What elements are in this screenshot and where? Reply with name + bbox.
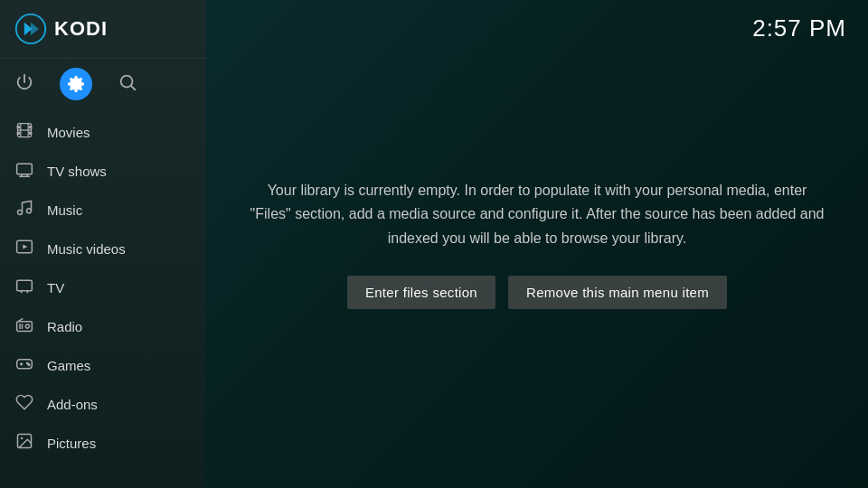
svg-rect-13 xyxy=(17,164,33,174)
movies-icon xyxy=(14,121,34,144)
svg-point-25 xyxy=(25,324,29,328)
radio-icon xyxy=(14,315,34,338)
movies-label: Movies xyxy=(47,125,90,140)
music-icon xyxy=(14,199,34,221)
tvshows-icon xyxy=(14,160,34,183)
svg-line-4 xyxy=(131,86,135,89)
enter-files-button[interactable]: Enter files section xyxy=(347,276,495,309)
svg-point-17 xyxy=(18,211,23,215)
sidebar-item-games[interactable]: Games xyxy=(0,346,206,385)
music-label: Music xyxy=(47,202,82,218)
tv-label: TV xyxy=(47,280,64,296)
svg-marker-20 xyxy=(23,245,27,249)
sidebar-item-addons[interactable]: Add-ons xyxy=(0,385,206,424)
sidebar: KODI Movies xyxy=(0,0,206,488)
svg-marker-2 xyxy=(31,23,39,35)
nav-menu: Movies TV shows Music Music videos TV xyxy=(0,109,206,463)
main-content: 2:57 PM Your library is currently empty.… xyxy=(206,0,868,488)
tvshows-label: TV shows xyxy=(47,164,107,179)
sidebar-item-musicvideos[interactable]: Music videos xyxy=(0,230,206,268)
sidebar-item-music[interactable]: Music xyxy=(0,191,206,230)
remove-menu-item-button[interactable]: Remove this main menu item xyxy=(508,276,727,309)
addons-label: Add-ons xyxy=(47,397,98,412)
clock: 2:57 PM xyxy=(752,14,846,42)
musicvideos-icon xyxy=(14,238,34,260)
action-buttons: Enter files section Remove this main men… xyxy=(248,276,826,309)
search-icon[interactable] xyxy=(118,72,137,97)
sidebar-header: KODI xyxy=(0,0,206,59)
settings-icon[interactable] xyxy=(60,68,92,100)
svg-point-35 xyxy=(21,437,23,440)
sidebar-item-tv[interactable]: TV xyxy=(0,268,206,307)
svg-point-33 xyxy=(28,364,30,366)
musicvideos-label: Music videos xyxy=(47,241,126,257)
svg-rect-21 xyxy=(17,280,33,291)
sidebar-item-radio[interactable]: Radio xyxy=(0,307,206,346)
library-empty-box: Your library is currently empty. In orde… xyxy=(230,179,844,309)
tv-icon xyxy=(14,277,34,299)
top-icon-bar xyxy=(0,59,206,109)
radio-label: Radio xyxy=(47,319,82,334)
games-icon xyxy=(14,354,34,377)
sidebar-item-movies[interactable]: Movies xyxy=(0,113,206,152)
addons-icon xyxy=(14,393,34,416)
sidebar-item-tvshows[interactable]: TV shows xyxy=(0,152,206,191)
svg-point-18 xyxy=(27,209,32,213)
kodi-logo-icon xyxy=(14,13,47,45)
library-message: Your library is currently empty. In orde… xyxy=(248,179,826,250)
sidebar-item-pictures[interactable]: Pictures xyxy=(0,424,206,463)
power-icon[interactable] xyxy=(14,72,34,97)
pictures-icon xyxy=(14,432,34,455)
games-label: Games xyxy=(47,358,90,373)
pictures-label: Pictures xyxy=(47,436,96,451)
app-title: KODI xyxy=(54,17,108,41)
